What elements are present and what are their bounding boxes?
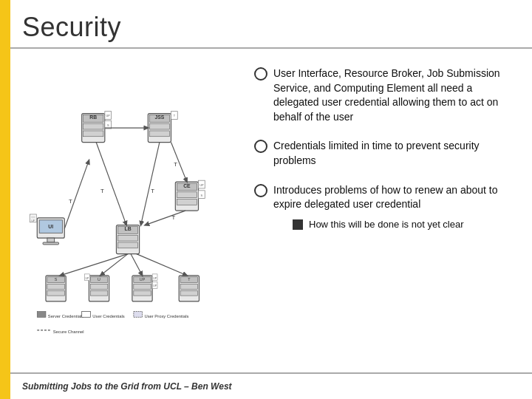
bullet-symbol-3 xyxy=(254,184,267,197)
svg-text:User Credentials: User Credentials xyxy=(92,314,124,318)
bullet-text-area: User Interface, Resource Broker, Job Sub… xyxy=(239,66,525,362)
list-item: Introduces problems of how to renew an a… xyxy=(254,183,517,231)
svg-line-74 xyxy=(145,211,185,225)
svg-text:RB: RB xyxy=(89,115,97,120)
svg-rect-11 xyxy=(83,123,103,129)
bullet-text-2: Credentials limited in time to prevent s… xyxy=(273,139,517,168)
footer-text: Submitting Jobs to the Grid from UCL – B… xyxy=(22,381,232,392)
bullet-text-3: Introduces problems of how to renew an a… xyxy=(273,184,498,211)
page-title: Security xyxy=(22,12,520,43)
svg-text:T: T xyxy=(69,198,72,205)
svg-line-77 xyxy=(100,254,128,276)
svg-text:UP: UP xyxy=(31,219,35,222)
svg-rect-54 xyxy=(134,290,151,296)
svg-rect-46 xyxy=(90,284,107,290)
svg-text:JSS: JSS xyxy=(154,115,164,120)
svg-rect-20 xyxy=(149,123,169,129)
svg-rect-2 xyxy=(47,238,55,242)
network-diagram: UI UP RB xyxy=(21,74,236,355)
svg-text:T: T xyxy=(171,214,175,221)
svg-line-65 xyxy=(64,160,89,229)
svg-rect-27 xyxy=(177,192,197,198)
svg-rect-82 xyxy=(82,312,91,318)
slide: Security UI xyxy=(0,0,532,399)
bullet-symbol-2 xyxy=(254,140,267,153)
svg-text:CE: CE xyxy=(183,183,191,188)
svg-rect-37 xyxy=(117,242,137,248)
svg-rect-28 xyxy=(177,200,197,205)
svg-rect-84 xyxy=(134,312,143,318)
svg-line-72 xyxy=(141,143,160,225)
svg-line-76 xyxy=(60,254,128,276)
svg-text:UP: UP xyxy=(86,277,89,280)
sub-list-item: How this will be done is not yet clear xyxy=(293,218,517,231)
svg-text:T: T xyxy=(100,188,104,194)
svg-text:UI: UI xyxy=(48,224,53,229)
bullet-symbol-1 xyxy=(254,67,267,81)
sub-bullet-text-1: How this will be done is not yet clear xyxy=(309,218,464,231)
svg-line-79 xyxy=(137,254,187,276)
svg-line-70 xyxy=(96,143,126,225)
slide-footer: Submitting Jobs to the Grid from UCL – B… xyxy=(10,372,532,399)
svg-text:U: U xyxy=(98,277,100,282)
main-content: UI UP RB xyxy=(10,59,532,369)
svg-text:UP: UP xyxy=(200,183,204,187)
svg-text:T: T xyxy=(151,188,154,194)
list-item: User Interface, Resource Broker, Job Sub… xyxy=(254,66,517,124)
svg-text:User Proxy Credentials: User Proxy Credentials xyxy=(144,314,188,318)
svg-rect-88 xyxy=(294,221,301,228)
svg-text:S: S xyxy=(107,123,109,127)
bullet-text-1: User Interface, Resource Broker, Job Sub… xyxy=(273,66,517,124)
svg-text:UP: UP xyxy=(140,277,146,282)
svg-text:Server Credentials: Server Credentials xyxy=(48,314,83,318)
svg-text:S: S xyxy=(55,277,58,282)
svg-text:S: S xyxy=(201,194,203,197)
svg-rect-12 xyxy=(83,131,103,137)
svg-rect-63 xyxy=(180,290,197,296)
diagram-area: UI UP RB xyxy=(18,66,239,362)
svg-text:T: T xyxy=(174,161,177,168)
svg-rect-53 xyxy=(134,284,151,290)
svg-rect-62 xyxy=(180,284,197,290)
list-item: Credentials limited in time to prevent s… xyxy=(254,139,517,168)
svg-text:UP: UP xyxy=(106,114,111,117)
svg-rect-42 xyxy=(47,290,64,296)
svg-rect-47 xyxy=(90,290,107,296)
slide-header: Security xyxy=(10,6,532,49)
sub-bullet-symbol xyxy=(293,219,303,230)
svg-rect-80 xyxy=(37,312,46,318)
svg-text:UP: UP xyxy=(153,284,157,287)
bullet-list: User Interface, Resource Broker, Job Sub… xyxy=(254,66,517,246)
svg-text:LB: LB xyxy=(124,226,131,231)
svg-line-78 xyxy=(131,254,143,276)
left-accent-bar xyxy=(0,0,10,399)
svg-rect-41 xyxy=(47,284,64,290)
svg-text:UP: UP xyxy=(153,277,157,280)
svg-text:Secure Channel: Secure Channel xyxy=(53,330,84,334)
svg-rect-21 xyxy=(149,131,169,137)
svg-rect-36 xyxy=(117,235,137,241)
svg-rect-3 xyxy=(43,242,58,245)
